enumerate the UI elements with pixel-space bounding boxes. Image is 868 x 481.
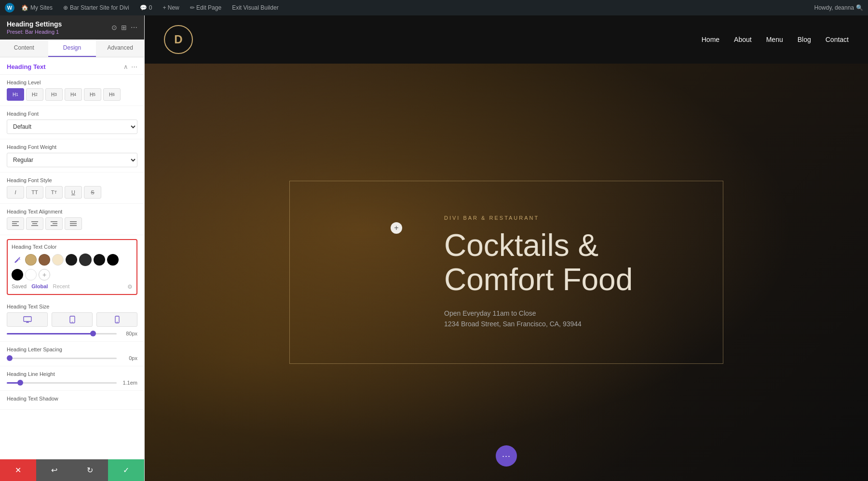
heading-font-weight-group: Heading Font Weight Regular [0, 139, 144, 173]
tab-design[interactable]: Design [48, 40, 96, 57]
site-preview: D Home About Menu Blog Contact + DIVI BA… [145, 15, 868, 481]
site-navigation: D Home About Menu Blog Contact [145, 15, 868, 64]
section-collapse-icon[interactable]: ∧ [123, 63, 128, 70]
nav-link-contact[interactable]: Contact [826, 36, 849, 43]
admin-bar-edit-page[interactable]: ✏ Edit Page [186, 0, 225, 15]
heading-alignment-label: Heading Text Alignment [7, 209, 137, 214]
size-tablet-btn[interactable] [52, 312, 93, 327]
color-swatch-dark2[interactable] [79, 254, 92, 266]
svg-rect-12 [24, 317, 31, 321]
style-uppercase-btn[interactable]: TT [26, 186, 43, 199]
floating-dots-button[interactable]: ··· [496, 445, 517, 467]
redo-button[interactable]: ↻ [72, 459, 108, 481]
heading-line-height-slider-row: 1.1em [7, 380, 137, 386]
heading-level-h5[interactable]: H5 [84, 88, 101, 101]
color-tabs: Saved Global Recent ⚙ [12, 283, 133, 290]
color-swatch-cream[interactable] [52, 254, 64, 266]
color-swatch-black2[interactable] [12, 269, 23, 281]
style-capitalize-btn[interactable]: TT [45, 186, 63, 199]
admin-bar-comments[interactable]: 💬 0 [136, 0, 156, 15]
site-logo[interactable]: D [164, 25, 193, 54]
admin-bar-site[interactable]: ⊕ Bar Starter Site for Divi [59, 0, 133, 15]
heading-alignment-group: Heading Text Alignment [0, 204, 144, 235]
tab-content[interactable]: Content [0, 40, 48, 57]
nav-links: Home About Menu Blog Contact [702, 36, 849, 43]
heading-text-size-slider[interactable] [7, 333, 117, 334]
heading-letter-spacing-slider-row: 0px [7, 355, 137, 361]
nav-link-blog[interactable]: Blog [798, 36, 811, 43]
align-right-btn[interactable] [45, 217, 63, 230]
color-swatch-black[interactable] [107, 254, 119, 266]
color-add-button[interactable]: + [39, 269, 50, 281]
size-responsive-icons [7, 312, 137, 327]
svg-point-16 [72, 321, 73, 322]
section-title: Heading Text [7, 63, 46, 70]
heading-level-h4[interactable]: H4 [65, 88, 82, 101]
undo-button[interactable]: ↩ [36, 459, 72, 481]
color-tab-recent[interactable]: Recent [53, 283, 69, 290]
panel-menu-icon[interactable]: ⋯ [131, 24, 137, 31]
admin-bar-my-sites[interactable]: 🏠 My Sites [17, 0, 56, 15]
cancel-button[interactable]: ✕ [0, 459, 36, 481]
nav-link-about[interactable]: About [734, 36, 752, 43]
section-heading-text: Heading Text ∧ ⋯ [0, 57, 144, 75]
color-swatches-row2: + [12, 269, 133, 281]
site-hero: + DIVI BAR & RESTAURANT Cocktails & Comf… [145, 64, 868, 481]
heading-level-h1[interactable]: H1 [7, 88, 24, 101]
panel-content: Heading Text ∧ ⋯ Heading Level H1 H2 H3 … [0, 57, 144, 459]
heading-font-select[interactable]: Default [7, 120, 137, 134]
align-left-btn[interactable] [7, 217, 24, 230]
nav-link-menu[interactable]: Menu [766, 36, 783, 43]
hero-title: Cocktails & Comfort Food [444, 228, 694, 296]
heading-font-weight-select[interactable]: Regular [7, 153, 137, 167]
heading-line-height-label: Heading Line Height [7, 371, 137, 377]
tab-advanced[interactable]: Advanced [96, 40, 144, 57]
size-desktop-btn[interactable] [7, 312, 48, 327]
color-swatch-dark1[interactable] [66, 254, 77, 266]
panel-expand-icon[interactable]: ⊞ [121, 24, 127, 31]
section-options-icon[interactable]: ⋯ [131, 63, 137, 70]
heading-line-height-group: Heading Line Height 1.1em [0, 366, 144, 391]
admin-bar-right: Howdy, deanna 🔍 [814, 4, 864, 11]
color-swatches-row1 [12, 254, 133, 266]
color-swatch-tan[interactable] [25, 254, 37, 266]
heading-font-style-group: Heading Font Style I TT TT U S [0, 173, 144, 204]
svg-point-18 [117, 321, 118, 322]
wp-logo-icon[interactable]: W [5, 3, 14, 13]
size-mobile-btn[interactable] [96, 312, 137, 327]
panel-visibility-icon[interactable]: ⊙ [111, 24, 117, 31]
color-settings-icon[interactable]: ⚙ [127, 283, 133, 290]
color-swatch-white[interactable] [25, 269, 37, 281]
style-italic-btn[interactable]: I [7, 186, 24, 199]
site-preview-area: D Home About Menu Blog Contact + DIVI BA… [145, 15, 868, 481]
heading-level-h6[interactable]: H6 [103, 88, 121, 101]
heading-font-style-label: Heading Font Style [7, 177, 137, 183]
hero-content-box: DIVI BAR & RESTAURANT Cocktails & Comfor… [289, 181, 723, 364]
panel-title: Heading Settings [7, 20, 62, 28]
panel-tabs: Content Design Advanced [0, 40, 144, 57]
style-underline-btn[interactable]: U [65, 186, 82, 199]
heading-font-style-buttons: I TT TT U S [7, 186, 137, 199]
color-tab-global[interactable]: Global [31, 283, 48, 290]
heading-line-height-value: 1.1em [121, 380, 137, 386]
nav-link-home[interactable]: Home [702, 36, 719, 43]
heading-line-height-slider[interactable] [7, 382, 117, 384]
admin-bar-new[interactable]: + New [159, 0, 183, 15]
style-strikethrough-btn[interactable]: S [84, 186, 101, 199]
heading-letter-spacing-value: 0px [121, 355, 137, 361]
heading-text-size-label: Heading Text Size [7, 304, 137, 309]
align-justify-btn[interactable] [65, 217, 82, 230]
color-tab-saved[interactable]: Saved [12, 283, 27, 290]
save-button[interactable]: ✓ [108, 459, 144, 481]
heading-level-group: Heading Level H1 H2 H3 H4 H5 H6 [0, 75, 144, 106]
heading-level-h2[interactable]: H2 [26, 88, 43, 101]
admin-bar-exit-vb[interactable]: Exit Visual Builder [228, 0, 283, 15]
color-swatch-dark3[interactable] [94, 254, 105, 266]
color-swatch-brown[interactable] [39, 254, 50, 266]
color-eyedropper-icon[interactable] [12, 254, 23, 266]
heading-alignment-buttons [7, 217, 137, 230]
heading-level-h3[interactable]: H3 [45, 88, 63, 101]
align-center-btn[interactable] [26, 217, 43, 230]
heading-letter-spacing-slider[interactable] [7, 358, 117, 359]
admin-search-icon[interactable]: 🔍 [856, 4, 863, 11]
